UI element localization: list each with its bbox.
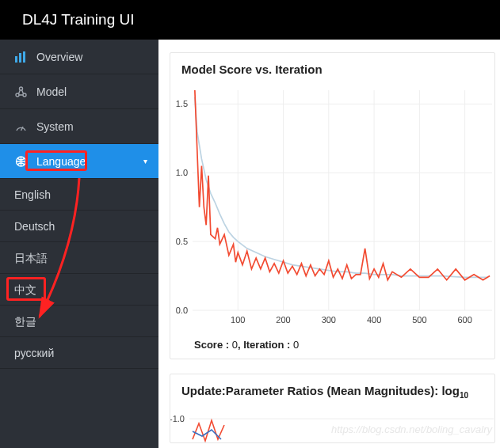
- svg-rect-2: [23, 51, 25, 63]
- svg-text:0.5: 0.5: [176, 237, 188, 246]
- svg-point-3: [16, 93, 19, 97]
- language-option-chinese[interactable]: 中文: [0, 274, 158, 306]
- sidebar-item-label: Language: [36, 144, 86, 179]
- sidebar: Overview Model System Language ▾ English…: [0, 40, 158, 448]
- svg-text:0.0: 0.0: [176, 306, 188, 315]
- chart-score-vs-iteration: Model Score vs. Iteration 0.00.51.01.510…: [170, 52, 495, 359]
- chart-status: Score : 0, Iteration : 0: [170, 337, 494, 359]
- chevron-down-icon: ▾: [143, 144, 147, 179]
- svg-text:200: 200: [276, 315, 290, 325]
- sidebar-item-label: Model: [36, 74, 67, 109]
- language-option-korean[interactable]: 한글: [0, 306, 158, 337]
- svg-text:100: 100: [231, 315, 245, 325]
- language-option-japanese[interactable]: 日本語: [0, 242, 158, 274]
- chart-title: Model Score vs. Iteration: [170, 53, 494, 84]
- sidebar-item-label: Overview: [36, 40, 82, 74]
- sidebar-item-label: System: [36, 109, 74, 144]
- chart-plot-area[interactable]: -1.0: [170, 408, 494, 442]
- sidebar-item-model[interactable]: Model: [0, 74, 158, 109]
- chart-update-param-ratios: Update:Parameter Ratios (Mean Magnitudes…: [170, 374, 495, 443]
- chart-title: Update:Parameter Ratios (Mean Magnitudes…: [170, 374, 494, 408]
- svg-text:400: 400: [367, 315, 381, 325]
- gauge-icon: [14, 121, 27, 132]
- sidebar-item-language[interactable]: Language ▾: [0, 144, 158, 179]
- svg-text:1.0: 1.0: [176, 168, 188, 177]
- svg-point-4: [23, 93, 26, 97]
- app-title: DL4J Training UI: [22, 11, 135, 28]
- bar-chart-icon: [14, 51, 27, 63]
- svg-text:-1.0: -1.0: [170, 414, 185, 423]
- network-icon: [14, 86, 27, 97]
- language-option-russian[interactable]: русский: [0, 337, 158, 369]
- svg-text:300: 300: [322, 315, 336, 325]
- app-header: DL4J Training UI: [0, 0, 500, 40]
- svg-rect-1: [19, 53, 21, 63]
- svg-text:600: 600: [457, 315, 471, 325]
- sidebar-item-overview[interactable]: Overview: [0, 40, 158, 74]
- svg-rect-0: [15, 56, 17, 63]
- sidebar-item-system[interactable]: System: [0, 109, 158, 144]
- language-option-deutsch[interactable]: Deutsch: [0, 211, 158, 242]
- language-option-english[interactable]: English: [0, 179, 158, 211]
- globe-icon: [14, 156, 27, 167]
- svg-text:1.5: 1.5: [176, 99, 188, 108]
- main-content: Model Score vs. Iteration 0.00.51.01.510…: [158, 40, 500, 448]
- svg-text:500: 500: [412, 315, 426, 325]
- chart-plot-area[interactable]: 0.00.51.01.5100200300400500600: [170, 84, 494, 337]
